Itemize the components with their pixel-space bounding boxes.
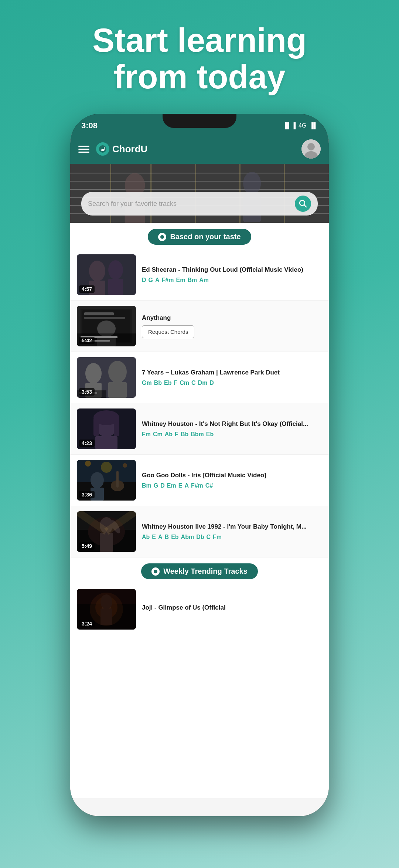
chord: Bbm (191, 431, 204, 438)
phone-mockup: 3:08 ▐▌▐ 4G ▐▌ (70, 114, 329, 868)
chord: C (191, 380, 196, 386)
track-info: Whitney Houston - It's Not Right But It'… (142, 420, 322, 438)
track-item[interactable]: 3:53 7 Years – Lukas Graham | Lawrence P… (70, 352, 329, 403)
chord: Em (167, 482, 176, 489)
chord: A (184, 482, 189, 489)
track-info: Whitney Houston live 1992 - I'm Your Bab… (142, 523, 322, 540)
track-duration: 3:53 (79, 388, 95, 396)
status-time: 3:08 (81, 121, 98, 130)
track-chords: Gm Bb Eb F Cm C Dm D (142, 380, 322, 386)
track-info: Joji - Glimpse of Us (Official (142, 604, 322, 615)
track-chords: Fm Cm Ab F Bb Bbm Eb (142, 431, 322, 438)
headline-line1: Start learning (92, 22, 307, 59)
track-info: 7 Years – Lukas Graham | Lawrence Park D… (142, 369, 322, 386)
chord: Cm (153, 431, 163, 438)
signal-icon: ▐▌▐ (283, 122, 296, 129)
track-title: Whitney Houston live 1992 - I'm Your Bab… (142, 523, 322, 531)
track-duration: 5:42 (79, 337, 95, 344)
phone-frame: 3:08 ▐▌▐ 4G ▐▌ (70, 114, 329, 816)
chord: A (158, 534, 163, 540)
chord: Fm (213, 534, 222, 540)
svg-point-4 (307, 143, 315, 150)
svg-line-24 (304, 205, 306, 207)
chord: Cm (180, 380, 189, 386)
trending-badge-dot (151, 567, 160, 576)
svg-point-21 (243, 172, 261, 194)
chord: D (160, 482, 165, 489)
track-duration: 4:23 (79, 440, 95, 447)
track-chords: D G A F#m Em Bm Am (142, 277, 322, 284)
avatar[interactable] (301, 139, 321, 159)
chord: Bb (181, 431, 188, 438)
track-info: Ed Sheeran - Thinking Out Loud (Official… (142, 266, 322, 284)
hero-section: Search for your favorite tracks (70, 164, 329, 223)
status-icons: ▐▌▐ 4G ▐▌ (283, 122, 318, 129)
logo-icon (96, 142, 109, 156)
track-thumbnail-container: 4:57 (77, 254, 136, 295)
trending-badge: Weekly Trending Tracks (141, 563, 258, 579)
track-item[interactable]: 4:57 Ed Sheeran - Thinking Out Loud (Off… (70, 249, 329, 301)
chord: Eb (206, 431, 214, 438)
trending-section-header: Weekly Trending Tracks (70, 557, 329, 584)
trending-track-item[interactable]: 3:24 Joji - Glimpse of Us (Official (70, 584, 329, 635)
chord: Eb (164, 380, 171, 386)
hamburger-menu[interactable] (78, 146, 89, 153)
track-duration: 5:49 (79, 542, 95, 550)
chord: Bm (142, 482, 151, 489)
track-title: Anythang (142, 314, 322, 322)
phone-notch (163, 114, 236, 128)
scroll-content[interactable]: Based on your taste (70, 223, 329, 798)
app-content: ChordU (70, 134, 329, 816)
search-bar[interactable]: Search for your favorite tracks (81, 192, 318, 216)
track-chords: Bm G D Em E A F#m C# (142, 482, 322, 489)
track-thumbnail-container: 3:24 (77, 589, 136, 630)
chord: Dm (198, 380, 208, 386)
track-thumbnail-container: 3:53 (77, 357, 136, 398)
taste-badge-label: Based on your taste (170, 233, 241, 241)
logo-container: ChordU (96, 142, 147, 156)
taste-section-header: Based on your taste (70, 223, 329, 249)
logo-text: ChordU (112, 143, 147, 155)
chord: Abm (181, 534, 194, 540)
track-thumbnail-container: 5:49 (77, 511, 136, 552)
chord: Ab (142, 534, 150, 540)
track-item[interactable]: 3:36 Goo Goo Dolls - Iris [Official Musi… (70, 455, 329, 506)
chord: Ab (165, 431, 173, 438)
chord: C# (205, 482, 213, 489)
chord: A (155, 277, 160, 284)
battery-icon: ▐▌ (309, 122, 318, 129)
chord: Bb (154, 380, 162, 386)
chord: G (154, 482, 158, 489)
track-thumbnail-container: 4:23 (77, 408, 136, 449)
track-title: 7 Years – Lukas Graham | Lawrence Park D… (142, 369, 322, 377)
badge-dot (158, 233, 166, 241)
search-placeholder: Search for your favorite tracks (88, 200, 290, 208)
chord: E (178, 482, 183, 489)
headline: Start learning from today (70, 0, 329, 114)
search-button[interactable] (295, 196, 311, 212)
chord: Fm (142, 431, 151, 438)
track-duration: 3:24 (79, 620, 95, 627)
chord: C (206, 534, 211, 540)
chord: Db (196, 534, 204, 540)
chord: D (142, 277, 146, 284)
chord: G (149, 277, 153, 284)
track-info: Anythang Request Chords (142, 314, 322, 338)
chord: B (165, 534, 169, 540)
track-item[interactable]: 4:23 Whitney Houston - It's Not Right Bu… (70, 403, 329, 455)
network-label: 4G (299, 122, 306, 129)
track-info: Goo Goo Dolls - Iris [Official Music Vid… (142, 471, 322, 489)
trending-section: Weekly Trending Tracks (70, 557, 329, 635)
track-thumbnail-container: 5:42 (77, 306, 136, 346)
headline-line2: from today (113, 58, 285, 95)
request-chords-button[interactable]: Request Chords (142, 325, 194, 338)
track-title: Ed Sheeran - Thinking Out Loud (Official… (142, 266, 322, 274)
track-duration: 3:36 (79, 491, 95, 498)
app-header: ChordU (70, 134, 329, 164)
chord: Bm (187, 277, 197, 284)
track-item[interactable]: 5:49 Whitney Houston live 1992 - I'm You… (70, 506, 329, 557)
track-title: Goo Goo Dolls - Iris [Official Music Vid… (142, 471, 322, 479)
svg-point-1 (101, 149, 104, 151)
track-thumbnail-container: 3:36 (77, 460, 136, 501)
track-item[interactable]: 5:42 Anythang Request Chords (70, 301, 329, 352)
